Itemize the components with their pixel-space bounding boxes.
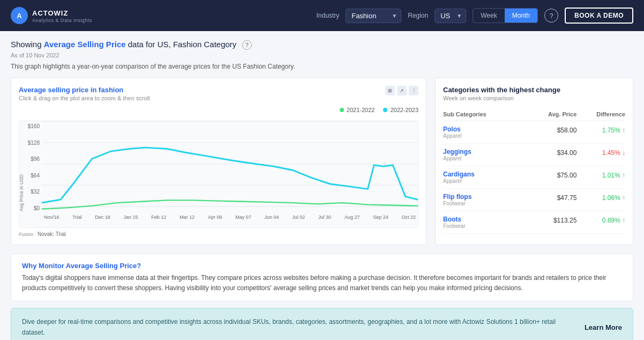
y-label-128: $128 xyxy=(19,140,40,146)
x-axis: Nov/16 Trial Dec 18 Jan 15 Feb 12 Mar 12… xyxy=(42,212,418,227)
chart-title: Average selling price in fashion xyxy=(19,86,150,94)
cat-name-3: Cardigans xyxy=(443,171,516,178)
logo-name: ACTOWIZ xyxy=(32,9,68,17)
cat-price-2: $34.00 xyxy=(516,148,576,157)
table-row: Jeggings Apparel $34.00 1.45% ↓ xyxy=(443,144,625,166)
chart-tool-2[interactable]: ↗ xyxy=(397,86,407,95)
chart-footer: Fusion Novak: Trial xyxy=(19,231,418,237)
learn-more-link[interactable]: Learn More xyxy=(585,323,622,331)
y-label-96: $96 xyxy=(19,156,40,162)
header-controls: Industry Fashion Electronics Region US U… xyxy=(317,8,634,24)
cat-price-5: $113.25 xyxy=(516,216,576,224)
cat-price-3: $75.00 xyxy=(516,171,576,179)
cat-diff-5: 0.89% ↑ xyxy=(576,216,625,224)
help-button[interactable]: ? xyxy=(544,9,558,23)
chart-area[interactable]: $160 $128 $96 $64 $32 $0 Avg Price in US… xyxy=(19,121,418,228)
col-header-price: Avg. Price xyxy=(516,111,576,117)
book-demo-button[interactable]: BOOK A DEMO xyxy=(565,8,633,24)
cat-name-4: Flip flops xyxy=(443,193,516,201)
legend-item-2: 2022-2023 xyxy=(383,107,418,113)
x-label-7: Apr 09 xyxy=(208,215,222,220)
cat-name-5: Boots xyxy=(443,216,516,223)
chart-subtitle: Click & drag on the plot area to zoom & … xyxy=(19,95,150,101)
time-toggle-group: Week Month xyxy=(473,8,538,23)
page-description: This graph highlights a year-on-year com… xyxy=(11,63,633,70)
region-select-wrapper: US UK xyxy=(435,9,466,23)
table-row: Flip flops Footwear $47.75 1.06% ↑ xyxy=(443,189,625,211)
chart-legend: 2021-2022 2022-2023 xyxy=(340,107,418,113)
week-toggle-btn[interactable]: Week xyxy=(473,9,504,23)
cat-sub-2: Apparel xyxy=(443,156,516,161)
legend-dot-2 xyxy=(383,108,387,112)
col-header-subcat: Sub Categories xyxy=(443,111,516,117)
cat-name-group-1: Polos Apparel xyxy=(443,125,516,139)
page-title-area: Showing Average Selling Price data for U… xyxy=(11,40,633,50)
chart-footer-text: Novak: Trial xyxy=(38,231,66,237)
cat-name-group-2: Jeggings Apparel xyxy=(443,148,516,161)
categories-subtitle: Week on week comparison xyxy=(443,95,625,101)
legend-dot-1 xyxy=(340,108,344,112)
month-toggle-btn[interactable]: Month xyxy=(505,9,537,23)
region-label: Region xyxy=(408,12,428,19)
x-label-10: Jul 02 xyxy=(292,215,305,220)
banner-section: Dive deeper for real-time comparisons an… xyxy=(11,308,633,340)
logo-area: A ACTOWIZ Analytics & Data Insights xyxy=(11,7,92,24)
cat-sub-4: Footwear xyxy=(443,201,516,206)
legend-item-1: 2021-2022 xyxy=(340,107,375,113)
title-highlight: Average Selling Price xyxy=(44,40,126,49)
cat-header-row: Sub Categories Avg. Price Difference xyxy=(443,108,625,121)
cat-name-group-3: Cardigans Apparel xyxy=(443,171,516,184)
x-label-14: Oct 22 xyxy=(401,215,416,220)
title-suffix: data for US, Fashion Category xyxy=(126,40,237,49)
x-label-11: Jul 30 xyxy=(318,215,331,220)
title-help-icon[interactable]: ? xyxy=(242,40,252,50)
x-label-3: Dec 18 xyxy=(95,215,110,220)
x-label-5: Feb 12 xyxy=(151,215,166,220)
y-axis-title: Avg Price in USD xyxy=(19,174,24,211)
x-label-1: Nov/16 xyxy=(44,215,59,220)
chart-footer-logo: Fusion xyxy=(19,232,33,237)
x-label-8: May 07 xyxy=(235,215,251,220)
info-text: Today's digital shoppers have immense da… xyxy=(22,273,622,293)
info-title: Why Monitor Average Selling Price? xyxy=(22,262,622,270)
chart-section: Average selling price in fashion Click &… xyxy=(11,78,426,245)
cat-sub-5: Footwear xyxy=(443,223,516,229)
cat-price-1: $58.00 xyxy=(516,125,576,134)
cat-diff-4: 1.06% ↑ xyxy=(576,193,625,202)
header: A ACTOWIZ Analytics & Data Insights Indu… xyxy=(0,0,644,31)
categories-title: Categories with the highest change xyxy=(443,86,625,94)
industry-select-wrapper: Fashion Electronics xyxy=(346,9,401,23)
x-label-6: Mar 12 xyxy=(179,215,194,220)
col-header-diff: Difference xyxy=(576,111,625,117)
chart-tool-1[interactable]: ⊞ xyxy=(385,86,395,95)
y-label-160: $160 xyxy=(19,123,40,129)
table-row: Cardigans Apparel $75.00 1.01% ↑ xyxy=(443,166,625,189)
cat-name-group-5: Boots Footwear xyxy=(443,216,516,229)
categories-section: Categories with the highest change Week … xyxy=(435,78,633,245)
x-label-13: Sep 24 xyxy=(373,215,388,220)
logo-subtitle: Analytics & Data Insights xyxy=(32,18,92,23)
page-date: As of 10 Nov 2022 xyxy=(11,52,633,58)
logo-icon: A xyxy=(11,7,28,24)
industry-select[interactable]: Fashion Electronics xyxy=(346,9,401,23)
x-label-12: Aug 27 xyxy=(345,215,360,220)
x-label-2: Trial xyxy=(72,215,81,220)
cat-diff-3: 1.01% ↑ xyxy=(576,171,625,179)
cat-name-2: Jeggings xyxy=(443,148,516,156)
x-label-4: Jan 15 xyxy=(124,215,138,220)
main-content: Showing Average Selling Price data for U… xyxy=(0,31,644,340)
info-section: Why Monitor Average Selling Price? Today… xyxy=(11,254,633,301)
categories-table: Sub Categories Avg. Price Difference Pol… xyxy=(443,108,625,234)
banner-text: Dive deeper for real-time comparisons an… xyxy=(22,317,574,337)
cat-price-4: $47.75 xyxy=(516,193,576,202)
cat-diff-2: 1.45% ↓ xyxy=(576,148,625,157)
chart-toolbar: ⊞ ↗ ⋮ xyxy=(385,86,418,95)
table-row: Boots Footwear $113.25 0.89% ↑ xyxy=(443,211,625,234)
cat-name-1: Polos xyxy=(443,125,516,133)
title-prefix: Showing xyxy=(11,40,44,49)
cat-sub-3: Apparel xyxy=(443,178,516,184)
cat-diff-1: 1.75% ↑ xyxy=(576,125,625,134)
cat-name-group-4: Flip flops Footwear xyxy=(443,193,516,206)
region-select[interactable]: US UK xyxy=(435,9,466,23)
chart-tool-3[interactable]: ⋮ xyxy=(409,86,418,95)
